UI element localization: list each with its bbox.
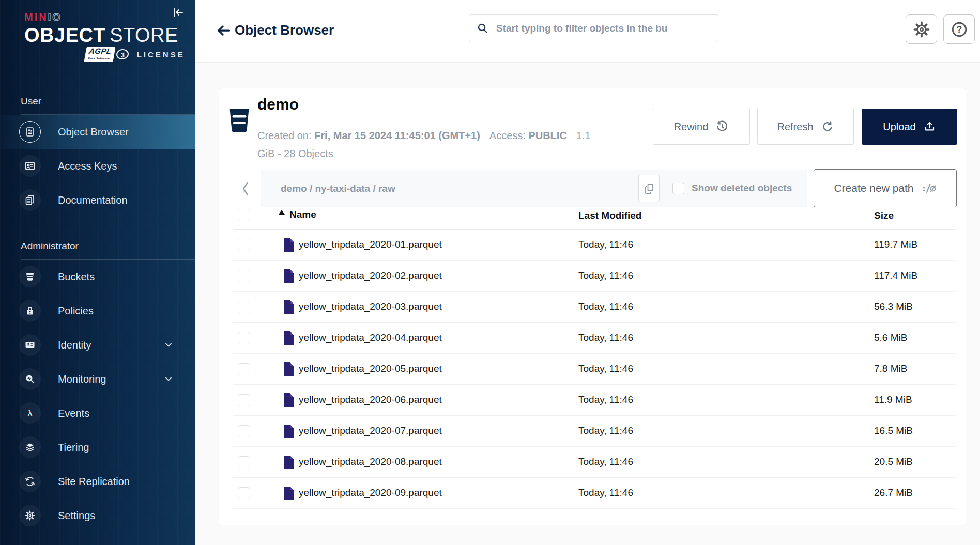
content-area: demo Created on: Fri, Mar 15 2024 11:45:… <box>195 63 980 545</box>
show-deleted-label: Show deleted objects <box>692 183 792 194</box>
settings-gear-button[interactable] <box>906 14 937 44</box>
object-name[interactable]: yellow_tripdata_2020-05.parquet <box>299 363 442 374</box>
select-all-checkbox[interactable] <box>238 209 250 221</box>
object-size: 119.7 MiB <box>874 239 917 250</box>
table-row[interactable]: yellow_tripdata_2020-05.parquet Today, 1… <box>233 354 956 385</box>
name-column-header[interactable]: Name <box>279 209 316 220</box>
monitoring-icon <box>19 368 41 390</box>
identity-icon <box>19 334 41 356</box>
bucket-card: demo Created on: Fri, Mar 15 2024 11:45:… <box>219 88 966 525</box>
object-size: 16.5 MiB <box>874 425 913 436</box>
rewind-button[interactable]: Rewind <box>653 109 750 145</box>
parquet-file-icon <box>283 300 295 316</box>
usage-value-top: 1.1 <box>576 130 591 141</box>
table-header-row: Name Last Modified Size <box>233 201 956 230</box>
top-header: Object Browser ? <box>195 0 980 63</box>
sidebar-item-documentation[interactable]: Documentation <box>0 183 195 217</box>
access-keys-icon <box>19 155 41 177</box>
object-name[interactable]: yellow_tripdata_2020-08.parquet <box>299 456 442 467</box>
table-row[interactable]: yellow_tripdata_2020-02.parquet Today, 1… <box>233 261 956 292</box>
search-icon <box>477 22 489 35</box>
parquet-file-icon <box>283 362 295 379</box>
sidebar-item-tiering[interactable]: Tiering <box>0 430 195 464</box>
sidebar-item-label: Buckets <box>58 271 95 283</box>
policies-icon <box>19 300 41 322</box>
object-name[interactable]: yellow_tripdata_2020-01.parquet <box>299 239 442 250</box>
sidebar-item-identity[interactable]: Identity <box>0 328 195 362</box>
logo-divider <box>24 80 171 80</box>
sidebar-item-monitoring[interactable]: Monitoring <box>0 362 195 396</box>
object-size: 20.5 MiB <box>874 456 913 467</box>
copy-path-button[interactable] <box>638 175 660 202</box>
sidebar-item-label: Events <box>58 407 89 419</box>
object-last-modified: Today, 11:46 <box>578 301 633 312</box>
show-deleted-checkbox[interactable] <box>672 183 684 194</box>
table-row[interactable]: yellow_tripdata_2020-03.parquet Today, 1… <box>233 292 956 323</box>
sidebar-item-label: Monitoring <box>58 373 106 385</box>
sidebar-item-access-keys[interactable]: Access Keys <box>0 149 195 183</box>
table-row[interactable]: yellow_tripdata_2020-08.parquet Today, 1… <box>233 447 956 478</box>
sidebar-item-label: Tiering <box>58 442 89 453</box>
sidebar-item-site-replication[interactable]: Site Replication <box>0 464 195 498</box>
parquet-file-icon <box>283 424 295 441</box>
agpl-v3-mark: 3 <box>115 48 129 60</box>
row-checkbox[interactable] <box>238 239 250 251</box>
sidebar-item-label: Policies <box>58 305 94 317</box>
parquet-file-icon <box>283 331 295 347</box>
table-body: yellow_tripdata_2020-01.parquet Today, 1… <box>233 230 956 509</box>
object-name[interactable]: yellow_tripdata_2020-09.parquet <box>299 487 442 498</box>
object-name[interactable]: yellow_tripdata_2020-02.parquet <box>299 270 442 281</box>
refresh-button[interactable]: Refresh <box>757 109 854 145</box>
minio-console: MINIO OBJECTSTORE AGPLFree Software 3 LI… <box>0 0 980 545</box>
object-name[interactable]: yellow_tripdata_2020-03.parquet <box>299 301 442 312</box>
chevron-down-icon[interactable] <box>163 340 174 350</box>
sidebar-item-events[interactable]: λEvents <box>0 396 195 430</box>
table-row[interactable]: yellow_tripdata_2020-06.parquet Today, 1… <box>233 385 956 416</box>
parquet-file-icon <box>283 486 295 503</box>
filter-objects-input[interactable] <box>495 22 711 35</box>
row-checkbox[interactable] <box>238 394 250 406</box>
sidebar-item-policies[interactable]: Policies <box>0 294 195 328</box>
back-arrow-icon[interactable] <box>216 23 232 38</box>
row-checkbox[interactable] <box>238 332 250 344</box>
rewind-label: Rewind <box>674 121 709 133</box>
row-checkbox[interactable] <box>238 456 250 468</box>
license-badge: AGPLFree Software 3 LICENSE <box>85 48 195 61</box>
last-modified-column-header[interactable]: Last Modified <box>578 210 641 221</box>
row-checkbox[interactable] <box>238 301 250 313</box>
collapse-sidebar-icon[interactable] <box>172 6 184 19</box>
table-row[interactable]: yellow_tripdata_2020-07.parquet Today, 1… <box>233 416 956 447</box>
sidebar-item-label: Documentation <box>58 194 128 206</box>
size-column-header[interactable]: Size <box>874 210 894 221</box>
table-row[interactable]: yellow_tripdata_2020-04.parquet Today, 1… <box>233 323 956 354</box>
created-value: Fri, Mar 15 2024 11:45:01 (GMT+1) <box>314 130 480 141</box>
object-last-modified: Today, 11:46 <box>578 487 633 498</box>
breadcrumb[interactable]: demo / ny-taxi-data / raw <box>281 183 395 194</box>
new-path-icon <box>922 183 937 194</box>
object-last-modified: Today, 11:46 <box>578 332 633 343</box>
object-size: 11.9 MiB <box>874 394 912 405</box>
parquet-file-icon <box>283 238 295 254</box>
sidebar-item-buckets[interactable]: Buckets <box>0 260 195 294</box>
row-checkbox[interactable] <box>238 487 250 499</box>
svg-text:?: ? <box>956 24 962 35</box>
object-last-modified: Today, 11:46 <box>578 239 633 250</box>
table-row[interactable]: yellow_tripdata_2020-01.parquet Today, 1… <box>233 230 956 261</box>
row-checkbox[interactable] <box>238 425 250 437</box>
object-name[interactable]: yellow_tripdata_2020-04.parquet <box>299 332 442 343</box>
object-name[interactable]: yellow_tripdata_2020-06.parquet <box>299 394 442 405</box>
agpl-badge: AGPLFree Software <box>84 47 115 62</box>
row-checkbox[interactable] <box>238 363 250 375</box>
sidebar-item-label: Object Browser <box>58 126 129 138</box>
objects-table: Name Last Modified Size yellow_tripdata_… <box>233 201 956 509</box>
table-row[interactable]: yellow_tripdata_2020-09.parquet Today, 1… <box>233 478 956 509</box>
object-name[interactable]: yellow_tripdata_2020-07.parquet <box>299 425 442 436</box>
help-button[interactable]: ? <box>943 14 975 44</box>
chevron-down-icon[interactable] <box>163 374 174 384</box>
upload-button[interactable]: Upload <box>862 109 957 145</box>
object-size: 7.8 MiB <box>874 363 907 374</box>
refresh-label: Refresh <box>777 121 813 133</box>
row-checkbox[interactable] <box>238 270 250 282</box>
sidebar-item-settings[interactable]: Settings <box>0 498 195 533</box>
sidebar-item-object-browser[interactable]: Object Browser <box>0 115 195 149</box>
